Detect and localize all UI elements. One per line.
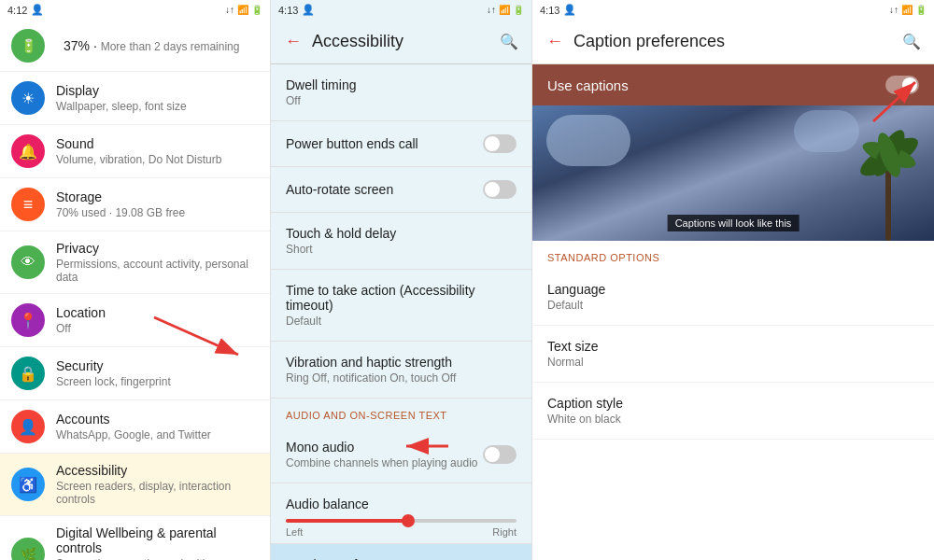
sidebar-item-storage[interactable]: ≡ Storage 70% used · 19.08 GB free (0, 178, 270, 231)
caption-option-textsize[interactable]: Text size Normal (532, 326, 934, 383)
slider-thumb[interactable] (402, 514, 415, 527)
acc-item-audiobalance[interactable]: Audio balance Left Right (271, 483, 531, 544)
sidebar-item-digitalwellbeing[interactable]: 🌿 Digital Wellbeing & parental controls … (0, 516, 270, 560)
use-captions-bar[interactable]: Use captions (532, 64, 934, 105)
sidebar-item-location[interactable]: 📍 Location Off (0, 294, 270, 347)
display-icon: ☀ (11, 81, 45, 115)
status-icons-1: ↓↑ 📶 🔋 (225, 5, 262, 15)
toggle-monoaudio[interactable] (483, 445, 517, 464)
sidebar-item-accessibility[interactable]: ♿ Accessibility Screen readers, display,… (0, 454, 270, 516)
caption-prefs-title: Caption preferences (573, 32, 900, 51)
sidebar-item-accounts[interactable]: 👤 Accounts WhatsApp, Google, and Twitter (0, 400, 270, 454)
acc-item-captionprefs[interactable]: Caption preferences Off (271, 544, 531, 560)
accessibility-list: Dwell timing Off Power button ends call … (271, 64, 531, 560)
person-icon-2: 👤 (302, 4, 315, 16)
search-button-3[interactable]: 🔍 (900, 31, 923, 53)
battery-item[interactable]: 🔋 37% · More than 2 days remaining (0, 20, 270, 72)
acc-item-monoaudio[interactable]: Mono audio Combine channels when playing… (271, 427, 531, 483)
acc-item-timetotakeaction[interactable]: Time to take action (Accessibility timeo… (271, 270, 531, 342)
accessibility-title: Accessibility (312, 32, 498, 51)
caption-preview-text: Captions will look like this (668, 215, 800, 231)
acc-item-touchholddelay[interactable]: Touch & hold delay Short (271, 213, 531, 270)
toggle-autorotate[interactable] (483, 180, 517, 199)
sidebar-item-privacy[interactable]: 👁 Privacy Permissions, account activity,… (0, 231, 270, 294)
slider-fill (286, 519, 413, 523)
audio-balance-slider[interactable] (286, 519, 517, 523)
use-captions-label: Use captions (547, 77, 629, 93)
toggle-powerbuttonendscall[interactable] (483, 134, 517, 153)
panel-settings: 4:12 👤 ↓↑ 📶 🔋 🔋 37% · More than 2 days r… (0, 0, 271, 560)
accounts-icon: 👤 (11, 410, 45, 443)
status-icons-2: ↓↑ 📶 🔋 (487, 5, 524, 15)
search-button-2[interactable]: 🔍 (498, 31, 520, 53)
panel-accessibility: 4:13 👤 ↓↑ 📶 🔋 ← Accessibility 🔍 Dwell ti… (271, 0, 532, 560)
standard-options-header: STANDARD OPTIONS (532, 241, 934, 269)
location-icon: 📍 (11, 303, 45, 337)
toggle-use-captions[interactable] (885, 76, 919, 94)
caption-prefs-toolbar: ← Caption preferences 🔍 (532, 20, 934, 64)
status-icons-3: ↓↑ 📶 🔋 (889, 5, 927, 15)
settings-list: ☀ Display Wallpaper, sleep, font size 🔔 … (0, 72, 270, 560)
caption-option-language[interactable]: Language Default (532, 269, 934, 326)
sound-icon: 🔔 (11, 134, 45, 168)
battery-icon: 🔋 (11, 29, 45, 63)
digitalwellbeing-icon: 🌿 (11, 538, 45, 560)
accessibility-icon: ♿ (11, 468, 45, 501)
panel-caption-prefs: 4:13 👤 ↓↑ 📶 🔋 ← Caption preferences 🔍 Us… (532, 0, 934, 560)
back-button-2[interactable]: ← (282, 31, 304, 53)
status-bar-1: 4:12 👤 ↓↑ 📶 🔋 (0, 0, 270, 20)
time-3: 4:13 (540, 5, 559, 16)
sidebar-item-display[interactable]: ☀ Display Wallpaper, sleep, font size (0, 72, 270, 125)
accessibility-toolbar: ← Accessibility 🔍 (271, 20, 531, 64)
time-1: 4:12 (7, 5, 27, 16)
time-2: 4:13 (278, 5, 298, 16)
person-icon-1: 👤 (31, 4, 44, 16)
back-button-3[interactable]: ← (544, 31, 566, 53)
palm-tree-svg (850, 119, 925, 241)
acc-item-autorotate[interactable]: Auto-rotate screen (271, 167, 531, 213)
caption-option-captionstyle[interactable]: Caption style White on black (532, 383, 934, 440)
security-icon: 🔒 (11, 357, 45, 390)
status-bar-2: 4:13 👤 ↓↑ 📶 🔋 (271, 0, 531, 20)
acc-item-powerbuttonendscall[interactable]: Power button ends call (271, 121, 531, 167)
person-icon-3: 👤 (563, 4, 576, 16)
storage-icon: ≡ (11, 188, 45, 221)
acc-item-vibration[interactable]: Vibration and haptic strength Ring Off, … (271, 342, 531, 399)
acc-item-dwelltiming[interactable]: Dwell timing Off (271, 64, 531, 121)
privacy-icon: 👁 (11, 245, 45, 279)
audio-section-header: AUDIO AND ON-SCREEN TEXT (271, 399, 531, 427)
sidebar-item-security[interactable]: 🔒 Security Screen lock, fingerprint (0, 347, 270, 400)
status-bar-3: 4:13 👤 ↓↑ 📶 🔋 (532, 0, 934, 20)
sidebar-item-sound[interactable]: 🔔 Sound Volume, vibration, Do Not Distur… (0, 125, 270, 178)
caption-preview: Captions will look like this (532, 105, 934, 241)
